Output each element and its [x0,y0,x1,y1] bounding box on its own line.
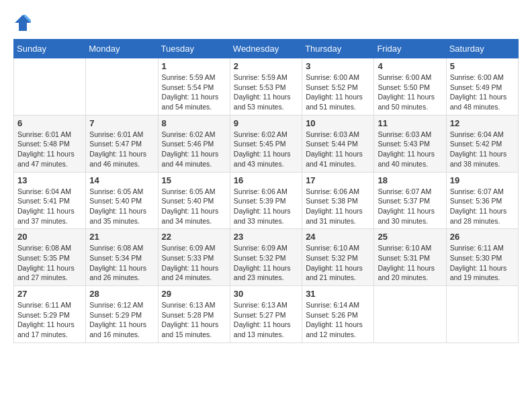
day-number: 24 [306,232,370,242]
calendar-week-row: 13Sunrise: 6:04 AMSunset: 5:41 PMDayligh… [14,172,519,229]
calendar-cell: 17Sunrise: 6:06 AMSunset: 5:38 PMDayligh… [302,172,374,229]
calendar-header: SundayMondayTuesdayWednesdayThursdayFrid… [14,40,519,58]
sunset-text: Sunset: 5:47 PM [89,139,154,149]
daylight-text: Daylight: 11 hours and 34 minutes. [162,206,226,226]
day-number: 31 [306,289,370,299]
daylight-text: Daylight: 11 hours and 21 minutes. [306,263,370,283]
day-number: 27 [17,289,82,299]
sunset-text: Sunset: 5:34 PM [89,253,154,263]
sunrise-text: Sunrise: 6:13 AM [234,300,298,310]
day-info: Sunrise: 6:03 AMSunset: 5:43 PMDaylight:… [378,130,442,169]
calendar-cell: 28Sunrise: 6:12 AMSunset: 5:29 PMDayligh… [86,286,158,343]
calendar-cell: 27Sunrise: 6:11 AMSunset: 5:29 PMDayligh… [14,286,86,343]
day-number: 28 [89,289,154,299]
day-info: Sunrise: 6:13 AMSunset: 5:28 PMDaylight:… [162,300,226,340]
daylight-text: Daylight: 11 hours and 20 minutes. [378,263,442,283]
daylight-text: Daylight: 11 hours and 26 minutes. [89,263,154,283]
calendar-cell: 23Sunrise: 6:09 AMSunset: 5:32 PMDayligh… [230,229,302,286]
calendar-cell: 22Sunrise: 6:09 AMSunset: 5:33 PMDayligh… [158,229,230,286]
day-number: 23 [234,232,298,242]
sunset-text: Sunset: 5:27 PM [234,310,298,320]
day-number: 29 [162,289,226,299]
calendar-cell: 15Sunrise: 6:05 AMSunset: 5:40 PMDayligh… [158,172,230,229]
calendar-cell: 14Sunrise: 6:05 AMSunset: 5:40 PMDayligh… [86,172,158,229]
calendar-cell: 29Sunrise: 6:13 AMSunset: 5:28 PMDayligh… [158,286,230,343]
day-of-week-header: Wednesday [230,40,302,58]
sunrise-text: Sunrise: 6:03 AM [378,130,442,140]
sunrise-text: Sunrise: 6:10 AM [378,243,442,253]
day-number: 7 [89,118,154,128]
day-info: Sunrise: 6:05 AMSunset: 5:40 PMDaylight:… [89,187,154,226]
calendar-cell: 4Sunrise: 6:00 AMSunset: 5:50 PMDaylight… [374,58,446,116]
day-of-week-header: Sunday [14,40,86,58]
calendar-cell: 20Sunrise: 6:08 AMSunset: 5:35 PMDayligh… [14,229,86,286]
calendar-cell [86,58,158,116]
day-number: 3 [306,61,370,71]
daylight-text: Daylight: 11 hours and 51 minutes. [306,92,370,111]
day-number: 5 [450,61,515,71]
sunset-text: Sunset: 5:53 PM [234,83,298,93]
sunset-text: Sunset: 5:54 PM [162,83,226,93]
daylight-text: Daylight: 11 hours and 35 minutes. [89,206,154,226]
calendar-cell: 5Sunrise: 6:00 AMSunset: 5:49 PMDaylight… [446,58,518,116]
sunset-text: Sunset: 5:42 PM [450,139,515,149]
day-info: Sunrise: 6:08 AMSunset: 5:34 PMDaylight:… [89,243,154,283]
calendar-body: 1Sunrise: 5:59 AMSunset: 5:54 PMDaylight… [14,58,519,343]
sunset-text: Sunset: 5:29 PM [17,310,82,320]
calendar-cell: 12Sunrise: 6:04 AMSunset: 5:42 PMDayligh… [446,115,518,172]
day-info: Sunrise: 6:07 AMSunset: 5:36 PMDaylight:… [450,187,515,226]
sunset-text: Sunset: 5:45 PM [234,139,298,149]
sunrise-text: Sunrise: 6:04 AM [17,187,82,197]
daylight-text: Daylight: 11 hours and 33 minutes. [234,206,298,226]
daylight-text: Daylight: 11 hours and 15 minutes. [162,320,226,339]
daylight-text: Daylight: 11 hours and 31 minutes. [306,206,370,226]
day-info: Sunrise: 6:08 AMSunset: 5:35 PMDaylight:… [17,243,82,283]
day-number: 26 [450,232,515,242]
sunrise-text: Sunrise: 6:08 AM [89,243,154,253]
calendar-cell: 26Sunrise: 6:11 AMSunset: 5:30 PMDayligh… [446,229,518,286]
sunrise-text: Sunrise: 6:05 AM [89,187,154,197]
sunrise-text: Sunrise: 6:06 AM [306,187,370,197]
day-info: Sunrise: 6:14 AMSunset: 5:26 PMDaylight:… [306,300,370,340]
calendar-cell: 11Sunrise: 6:03 AMSunset: 5:43 PMDayligh… [374,115,446,172]
daylight-text: Daylight: 11 hours and 27 minutes. [17,263,82,283]
day-of-week-header: Friday [374,40,446,58]
sunset-text: Sunset: 5:28 PM [162,310,226,320]
sunset-text: Sunset: 5:33 PM [162,253,226,263]
day-number: 6 [17,118,82,128]
calendar-cell: 25Sunrise: 6:10 AMSunset: 5:31 PMDayligh… [374,229,446,286]
sunrise-text: Sunrise: 6:02 AM [234,130,298,140]
sunset-text: Sunset: 5:35 PM [17,253,82,263]
daylight-text: Daylight: 11 hours and 44 minutes. [162,149,226,169]
sunset-text: Sunset: 5:36 PM [450,196,515,206]
day-number: 20 [17,232,82,242]
sunrise-text: Sunrise: 5:59 AM [162,73,226,83]
daylight-text: Daylight: 11 hours and 28 minutes. [450,206,515,226]
day-number: 17 [306,175,370,185]
day-info: Sunrise: 5:59 AMSunset: 5:54 PMDaylight:… [162,73,226,112]
day-info: Sunrise: 6:10 AMSunset: 5:32 PMDaylight:… [306,243,370,283]
day-info: Sunrise: 6:09 AMSunset: 5:32 PMDaylight:… [234,243,298,283]
day-number: 8 [162,118,226,128]
daylight-text: Daylight: 11 hours and 40 minutes. [378,149,442,169]
day-number: 14 [89,175,154,185]
sunrise-text: Sunrise: 6:00 AM [450,73,515,83]
daylight-text: Daylight: 11 hours and 38 minutes. [450,149,515,169]
day-number: 25 [378,232,442,242]
sunrise-text: Sunrise: 6:04 AM [450,130,515,140]
calendar-week-row: 6Sunrise: 6:01 AMSunset: 5:48 PMDaylight… [14,115,519,172]
sunrise-text: Sunrise: 6:14 AM [306,300,370,310]
day-info: Sunrise: 6:00 AMSunset: 5:52 PMDaylight:… [306,73,370,112]
sunset-text: Sunset: 5:40 PM [89,196,154,206]
sunrise-text: Sunrise: 6:00 AM [378,73,442,83]
day-number: 13 [17,175,82,185]
daylight-text: Daylight: 11 hours and 30 minutes. [378,206,442,226]
sunset-text: Sunset: 5:32 PM [234,253,298,263]
day-info: Sunrise: 6:06 AMSunset: 5:39 PMDaylight:… [234,187,298,226]
day-info: Sunrise: 6:00 AMSunset: 5:50 PMDaylight:… [378,73,442,112]
sunset-text: Sunset: 5:26 PM [306,310,370,320]
sunrise-text: Sunrise: 6:13 AM [162,300,226,310]
day-number: 2 [234,61,298,71]
day-info: Sunrise: 6:11 AMSunset: 5:30 PMDaylight:… [450,243,515,283]
calendar-cell: 10Sunrise: 6:03 AMSunset: 5:44 PMDayligh… [302,115,374,172]
